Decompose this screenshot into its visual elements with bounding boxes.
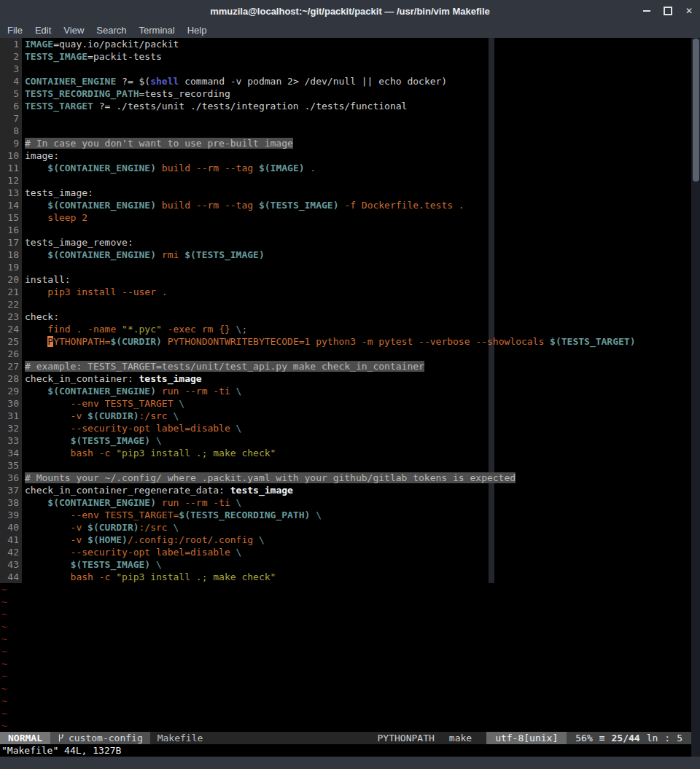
line-number: 39 xyxy=(0,509,22,521)
menu-item-terminal[interactable]: Terminal xyxy=(139,25,175,36)
menu-item-help[interactable]: Help xyxy=(187,25,207,36)
code-line-9[interactable]: 9# In case you don't want to use pre-bui… xyxy=(0,137,700,149)
statusline-mode: NORMAL xyxy=(0,732,50,744)
end-of-buffer-tilde: ~ xyxy=(0,707,7,719)
code-line-35[interactable]: 35 xyxy=(0,459,700,472)
menu-item-view[interactable]: View xyxy=(63,25,84,36)
statusline-spacer xyxy=(210,732,377,744)
code-line-37[interactable]: 37check_in_container_regenerate_data: te… xyxy=(0,484,700,496)
code-line-1[interactable]: 1IMAGE=quay.io/packit/packit xyxy=(0,38,700,50)
code-line-17[interactable]: 17tests_image_remove: xyxy=(0,236,700,249)
line-number: 44 xyxy=(0,571,22,583)
code-line-30[interactable]: 30 --env TESTS_TARGET \ xyxy=(0,397,700,410)
menu-item-edit[interactable]: Edit xyxy=(35,25,51,36)
code-line-13[interactable]: 13tests_image: xyxy=(0,187,700,199)
terminal-window: mmuzila@localhost:~/git/packit/packit — … xyxy=(0,0,700,769)
code-line-23[interactable]: 23check: xyxy=(0,311,700,323)
vim-statusline: NORMAL custom-config Makefile PYTHONPATH… xyxy=(0,732,691,744)
code-line-28[interactable]: 28check_in_container: tests_image xyxy=(0,372,700,385)
code-line-8[interactable]: 8 xyxy=(0,125,700,137)
end-of-buffer-tilde: ~ xyxy=(0,657,7,670)
line-number: 12 xyxy=(0,174,22,187)
end-of-buffer-row: ~ xyxy=(0,620,700,633)
code-line-36[interactable]: 36# Mounts your ~/.config/ where .packit… xyxy=(0,472,700,484)
code-line-16[interactable]: 16 xyxy=(0,224,700,236)
code-line-44[interactable]: 44 bash -c "pip3 install .; make check" xyxy=(0,571,700,583)
code-line-10[interactable]: 10image: xyxy=(0,149,700,162)
code-line-19[interactable]: 19 xyxy=(0,261,700,273)
code-line-24[interactable]: 24 find . -name "*.pyc" -exec rm {} \; xyxy=(0,323,700,335)
line-number: 21 xyxy=(0,286,22,298)
code-line-12[interactable]: 12 xyxy=(0,174,700,187)
code-line-34[interactable]: 34 bash -c "pip3 install .; make check" xyxy=(0,447,700,459)
end-of-buffer-row: ~ xyxy=(0,645,700,657)
window-controls: ✕ xyxy=(642,0,694,22)
end-of-buffer-tilde: ~ xyxy=(0,633,7,645)
end-of-buffer-row: ~ xyxy=(0,695,700,707)
code-line-20[interactable]: 20install: xyxy=(0,273,700,286)
code-line-3[interactable]: 3 xyxy=(0,63,700,75)
maximize-icon xyxy=(664,7,672,15)
code-line-31[interactable]: 31 -v $(CURDIR):/src \ xyxy=(0,410,700,422)
code-line-11[interactable]: 11 $(CONTAINER_ENGINE) build --rm --tag … xyxy=(0,162,700,174)
minimize-button[interactable] xyxy=(642,6,652,16)
code-line-29[interactable]: 29 $(CONTAINER_ENGINE) run --rm -ti \ xyxy=(0,385,700,397)
code-line-43[interactable]: 43 $(TESTS_IMAGE) \ xyxy=(0,558,700,571)
vim-command-line: "Makefile" 44L, 1327B xyxy=(0,744,700,757)
code-line-22[interactable]: 22 xyxy=(0,298,700,311)
code-line-21[interactable]: 21 pip3 install --user . xyxy=(0,286,700,298)
menu-item-search[interactable]: Search xyxy=(96,25,126,36)
scrollbar[interactable] xyxy=(691,38,700,757)
code-line-32[interactable]: 32 --security-opt label=disable \ xyxy=(0,422,700,434)
line-number: 20 xyxy=(0,273,22,286)
line-number: 23 xyxy=(0,311,22,323)
end-of-buffer-tilde: ~ xyxy=(0,596,7,608)
code-line-15[interactable]: 15 sleep 2 xyxy=(0,211,700,224)
git-branch-icon xyxy=(58,733,64,743)
code-line-38[interactable]: 38 $(CONTAINER_ENGINE) run --rm -ti \ xyxy=(0,496,700,509)
code-line-18[interactable]: 18 $(CONTAINER_ENGINE) rmi $(TESTS_IMAGE… xyxy=(0,249,700,261)
code-line-5[interactable]: 5TESTS_RECORDING_PATH=tests_recording xyxy=(0,87,700,100)
code-line-26[interactable]: 26 xyxy=(0,348,700,360)
code-line-4[interactable]: 4CONTAINER_ENGINE ?= $(shell command -v … xyxy=(0,75,700,87)
statusline-column-number: 5 xyxy=(677,732,682,744)
code-line-25[interactable]: 25 PYTHONPATH=$(CURDIR) PYTHONDONTWRITEB… xyxy=(0,335,700,348)
code-line-6[interactable]: 6TESTS_TARGET ?= ./tests/unit ./tests/in… xyxy=(0,100,700,112)
line-number: 15 xyxy=(0,211,22,224)
statusline-colon: : xyxy=(664,732,670,744)
end-of-buffer-tilde: ~ xyxy=(0,583,7,596)
titlebar[interactable]: mmuzila@localhost:~/git/packit/packit — … xyxy=(0,0,700,22)
statusline-filename: Makefile xyxy=(150,732,211,744)
code-line-40[interactable]: 40 -v $(CURDIR):/src \ xyxy=(0,521,700,534)
menu-item-file[interactable]: File xyxy=(7,25,23,36)
statusline-filetype: make xyxy=(449,732,472,744)
line-number: 38 xyxy=(0,496,22,509)
code-line-42[interactable]: 42 --security-opt label=disable \ xyxy=(0,546,700,558)
line-number: 2 xyxy=(0,50,22,63)
statusline-ln-label: ln xyxy=(647,732,658,744)
end-of-buffer-tilde: ~ xyxy=(0,682,7,695)
code-line-14[interactable]: 14 $(CONTAINER_ENGINE) build --rm --tag … xyxy=(0,199,700,211)
end-of-buffer-tilde: ~ xyxy=(0,670,7,682)
code-line-27[interactable]: 27# example: TESTS_TARGET=tests/unit/tes… xyxy=(0,360,700,372)
line-number: 1 xyxy=(0,38,22,50)
line-number: 22 xyxy=(0,298,22,311)
line-number: 10 xyxy=(0,149,22,162)
line-number: 42 xyxy=(0,546,22,558)
line-number: 16 xyxy=(0,224,22,236)
maximize-button[interactable] xyxy=(663,6,673,16)
line-number: 27 xyxy=(0,360,22,372)
close-button[interactable]: ✕ xyxy=(684,6,694,16)
end-of-buffer-row: ~ xyxy=(0,682,700,695)
editor-buffer[interactable]: 1IMAGE=quay.io/packit/packit2TESTS_IMAGE… xyxy=(0,38,700,732)
terminal-screen[interactable]: 1IMAGE=quay.io/packit/packit2TESTS_IMAGE… xyxy=(0,38,700,757)
code-line-7[interactable]: 7 xyxy=(0,112,700,125)
code-line-33[interactable]: 33 $(TESTS_IMAGE) \ xyxy=(0,434,700,447)
code-line-41[interactable]: 41 -v $(HOME)/.config:/root/.config \ xyxy=(0,534,700,546)
end-of-buffer-row: ~ xyxy=(0,583,700,596)
scrollbar-thumb[interactable] xyxy=(693,39,699,181)
code-line-2[interactable]: 2TESTS_IMAGE=packit-tests xyxy=(0,50,700,63)
statusline-scroll-percent: 56% xyxy=(575,732,592,744)
code-line-39[interactable]: 39 --env TESTS_TARGET=$(TESTS_RECORDING_… xyxy=(0,509,700,521)
end-of-buffer-tilde: ~ xyxy=(0,695,7,707)
